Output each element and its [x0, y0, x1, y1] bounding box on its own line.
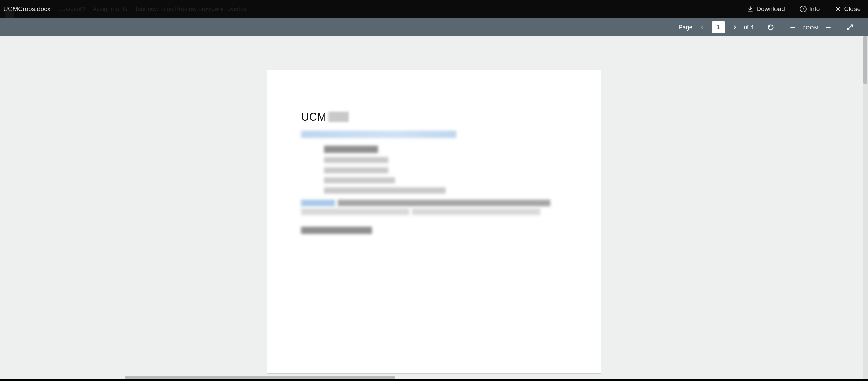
breadcrumb-ghost-2: Assignments — [93, 6, 127, 13]
download-icon — [747, 6, 754, 12]
redacted-body-line — [324, 187, 446, 194]
prev-page-button[interactable] — [698, 23, 707, 32]
zoom-group: ZOOM — [782, 21, 839, 33]
rotate-icon — [767, 24, 774, 31]
redacted-paragraph-row — [301, 208, 567, 215]
redacted-title-fragment — [328, 112, 349, 122]
next-page-button[interactable] — [730, 23, 739, 32]
toolbar-separator — [782, 22, 782, 32]
redacted-subheading — [301, 227, 372, 234]
plus-icon — [825, 24, 832, 31]
page-nav-group: Page of 4 — [673, 21, 760, 33]
download-label: Download — [756, 5, 785, 13]
page-total-label: of 4 — [744, 24, 754, 31]
zoom-in-button[interactable] — [823, 23, 833, 32]
fullscreen-group — [839, 21, 861, 33]
chevron-right-icon — [731, 24, 738, 31]
viewer-toolbar: Page of 4 ZOOM — [0, 18, 868, 36]
close-icon — [835, 6, 841, 12]
redacted-body-line — [324, 146, 378, 153]
redacted-text-fragment — [301, 208, 409, 215]
rotate-button[interactable] — [766, 23, 775, 32]
document-title-row: UCM — [301, 110, 567, 123]
download-button[interactable]: Download — [747, 5, 785, 13]
breadcrumb-ghost-1: ...uiversit? — [57, 6, 85, 13]
redacted-text-fragment — [412, 208, 540, 215]
fullscreen-button[interactable] — [845, 23, 855, 32]
page-number-input[interactable] — [712, 21, 725, 33]
redacted-link-fragment — [301, 200, 335, 206]
redacted-body-line — [324, 167, 388, 173]
expand-icon — [846, 24, 854, 31]
background-breadcrumb: ...uiversit? Assignments Test new Files … — [57, 0, 247, 18]
zoom-label: ZOOM — [802, 25, 819, 30]
vertical-scrollbar-thumb[interactable] — [863, 36, 867, 84]
toolbar-separator — [760, 22, 760, 32]
redacted-paragraph-row — [301, 200, 567, 206]
minus-icon — [789, 24, 796, 31]
document-title: UCM — [301, 110, 326, 123]
page-label: Page — [679, 24, 693, 31]
overlay-header: UCMCrops.docx ...uiversit? Assignments T… — [0, 0, 868, 18]
toolbar-separator — [861, 22, 861, 32]
chevron-left-icon — [699, 24, 706, 31]
redacted-text-fragment — [338, 200, 550, 206]
close-button[interactable]: Close — [835, 5, 861, 13]
rotate-group — [760, 21, 782, 33]
breadcrumb-ghost-3: Test new Files Preview preview in overla… — [135, 6, 247, 13]
info-icon: i — [800, 6, 807, 12]
zoom-out-button[interactable] — [788, 23, 797, 32]
redacted-body-line — [324, 177, 395, 183]
app-badge-icon — [5, 9, 14, 18]
redacted-body-line — [324, 157, 388, 163]
document-viewport[interactable]: UCM — [0, 36, 868, 381]
redacted-hyperlink-line — [301, 131, 456, 138]
document-page: UCM — [267, 70, 601, 374]
toolbar-separator — [839, 22, 839, 32]
overlay-bottom-edge — [0, 379, 868, 381]
info-button[interactable]: i Info — [800, 5, 820, 13]
vertical-scrollbar-track[interactable] — [863, 36, 868, 381]
close-label: Close — [844, 5, 861, 13]
info-label: Info — [809, 5, 820, 13]
header-actions: Download i Info Close — [747, 5, 865, 13]
